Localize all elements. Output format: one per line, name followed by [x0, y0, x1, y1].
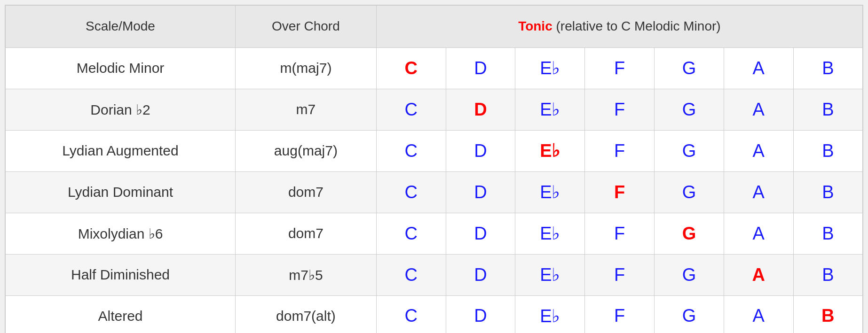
table-row: Half Diminishedm7♭5CDE♭FGAB	[5, 254, 863, 295]
note-cell: G	[655, 89, 724, 130]
note-cell: A	[724, 295, 793, 333]
note-cell: B	[793, 295, 863, 333]
note-cell: A	[724, 254, 793, 295]
note-cell: G	[655, 254, 724, 295]
over-chord-cell: m(maj7)	[236, 47, 377, 89]
note-cell: C	[376, 295, 446, 333]
note-cell: E♭	[515, 171, 585, 213]
scale-mode-header: Scale/Mode	[5, 5, 236, 47]
table-row: Mixolydian ♭6dom7CDE♭FGAB	[5, 213, 863, 254]
note-cell: B	[793, 171, 863, 213]
note-cell: F	[585, 213, 655, 254]
tonic-sublabel: (relative to C Melodic Minor)	[552, 19, 721, 33]
note-cell: G	[655, 171, 724, 213]
note-cell: A	[724, 213, 793, 254]
over-chord-cell: dom7	[236, 213, 377, 254]
scale-mode-table: Scale/Mode Over Chord Tonic (relative to…	[5, 5, 863, 333]
note-cell: F	[585, 130, 655, 171]
over-chord-cell: m7♭5	[236, 254, 377, 295]
note-cell: D	[446, 213, 515, 254]
note-cell: F	[585, 295, 655, 333]
note-cell: C	[376, 254, 446, 295]
tonic-header: Tonic (relative to C Melodic Minor)	[376, 5, 863, 47]
note-cell: A	[724, 89, 793, 130]
note-cell: C	[376, 47, 446, 89]
header-row: Scale/Mode Over Chord Tonic (relative to…	[5, 5, 863, 47]
scale-mode-cell: Melodic Minor	[5, 47, 236, 89]
note-cell: E♭	[515, 254, 585, 295]
table-row: Melodic Minorm(maj7)CDE♭FGAB	[5, 47, 863, 89]
over-chord-cell: dom7(alt)	[236, 295, 377, 333]
note-cell: F	[585, 171, 655, 213]
note-cell: G	[655, 130, 724, 171]
note-cell: F	[585, 254, 655, 295]
over-chord-cell: aug(maj7)	[236, 130, 377, 171]
note-cell: B	[793, 130, 863, 171]
note-cell: D	[446, 295, 515, 333]
note-cell: C	[376, 130, 446, 171]
note-cell: G	[655, 213, 724, 254]
note-cell: D	[446, 130, 515, 171]
note-cell: E♭	[515, 89, 585, 130]
note-cell: B	[793, 89, 863, 130]
note-cell: G	[655, 47, 724, 89]
note-cell: D	[446, 171, 515, 213]
table-row: Lydian Dominantdom7CDE♭FGAB	[5, 171, 863, 213]
table-row: Dorian ♭2m7CDE♭FGAB	[5, 89, 863, 130]
note-cell: E♭	[515, 47, 585, 89]
main-container: Scale/Mode Over Chord Tonic (relative to…	[0, 0, 868, 333]
over-chord-cell: m7	[236, 89, 377, 130]
scale-mode-cell: Dorian ♭2	[5, 89, 236, 130]
note-cell: E♭	[515, 295, 585, 333]
scale-mode-cell: Mixolydian ♭6	[5, 213, 236, 254]
note-cell: E♭	[515, 213, 585, 254]
note-cell: E♭	[515, 130, 585, 171]
tonic-label: Tonic	[518, 19, 552, 33]
scale-mode-cell: Altered	[5, 295, 236, 333]
over-chord-header: Over Chord	[236, 5, 377, 47]
note-cell: B	[793, 47, 863, 89]
note-cell: A	[724, 130, 793, 171]
note-cell: G	[655, 295, 724, 333]
note-cell: C	[376, 89, 446, 130]
note-cell: D	[446, 47, 515, 89]
note-cell: F	[585, 47, 655, 89]
note-cell: C	[376, 171, 446, 213]
scale-mode-cell: Half Diminished	[5, 254, 236, 295]
note-cell: F	[585, 89, 655, 130]
note-cell: D	[446, 89, 515, 130]
note-cell: C	[376, 213, 446, 254]
note-cell: A	[724, 171, 793, 213]
table-row: Lydian Augmentedaug(maj7)CDE♭FGAB	[5, 130, 863, 171]
note-cell: B	[793, 213, 863, 254]
table-row: Altereddom7(alt)CDE♭FGAB	[5, 295, 863, 333]
scale-mode-cell: Lydian Augmented	[5, 130, 236, 171]
table-body: Melodic Minorm(maj7)CDE♭FGABDorian ♭2m7C…	[5, 47, 863, 333]
note-cell: A	[724, 47, 793, 89]
scale-mode-cell: Lydian Dominant	[5, 171, 236, 213]
note-cell: B	[793, 254, 863, 295]
over-chord-cell: dom7	[236, 171, 377, 213]
note-cell: D	[446, 254, 515, 295]
